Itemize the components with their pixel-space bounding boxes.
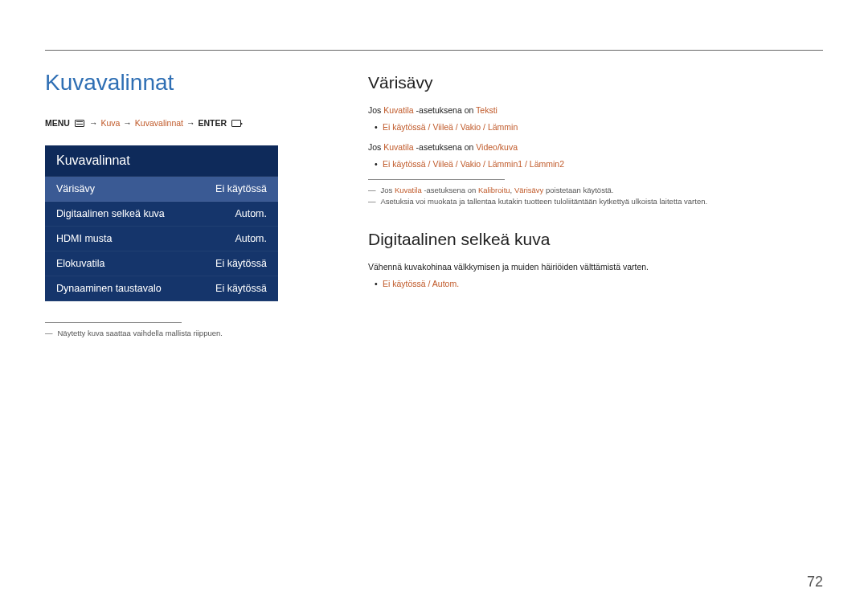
breadcrumb-item-kuvavalinnat: Kuvavalinnat [135,118,183,128]
breadcrumb-enter-label: ENTER [198,118,227,128]
text-accent: Video/kuva [476,142,518,152]
varisavy-bullets1: Ei käytössä / Viileä / Vakio / Lämmin [375,120,823,136]
menu-row-label: Digitaalinen selkeä kuva [56,208,165,219]
menu-row-value: Autom. [235,208,267,219]
menu-row-value: Ei käytössä [215,283,267,294]
text: -asetuksena on [414,142,477,152]
text: Jos [368,105,383,115]
menu-row-value: Autom. [235,233,267,244]
top-rule [45,50,823,51]
menu-row-hdmi-musta[interactable]: HDMI musta Autom. [45,227,278,251]
note1-text: Jos Kuvatila -asetuksena on Kalibroitu, … [381,185,614,196]
text: -asetuksena on [414,105,476,115]
menu-row-elokuvatila[interactable]: Elokuvatila Ei käytössä [45,251,278,276]
text-accent: Värisävy [514,186,543,194]
menu-row-dynaaminen[interactable]: Dynaaminen taustavalo Ei käytössä [45,276,278,301]
menu-row-label: HDMI musta [56,233,112,244]
bullet-text: Ei käytössä / Autom. [383,279,459,288]
varisavy-line1: Jos Kuvatila -asetuksena on Teksti [368,104,823,118]
menu-icon [75,120,84,127]
section-title: Digitaalinen selkeä kuva [368,230,823,249]
note2-text: Asetuksia voi muokata ja tallentaa kutak… [381,196,708,207]
digi-bullets: Ei käytössä / Autom. [375,276,823,292]
text: poistetaan käytöstä. [543,186,613,194]
section-digitaalinen: Digitaalinen selkeä kuva Vähennä kuvakoh… [368,230,823,292]
left-footnote: ― Näytetty kuva saattaa vaihdella mallis… [45,328,278,339]
text-accent: Kalibroitu [478,186,510,194]
menu-row-label: Värisävy [56,183,95,194]
note2: ― Asetuksia voi muokata ja tallentaa kut… [368,196,823,207]
text-accent: Kuvatila [383,105,413,115]
note1: ― Jos Kuvatila -asetuksena on Kalibroitu… [368,185,823,196]
footnote-text: Näytetty kuva saattaa vaihdella mallista… [58,328,223,339]
footnote-dash: ― [368,185,376,196]
menu-panel: Kuvavalinnat Värisävy Ei käytössä Digita… [45,145,278,301]
breadcrumb-menu-label: MENU [45,118,70,128]
menu-row-label: Dynaaminen taustavalo [56,283,162,294]
text: -asetuksena on [422,186,478,194]
note-rule [368,179,505,180]
breadcrumb-arrow: → [89,118,98,128]
menu-row-digitaalinen[interactable]: Digitaalinen selkeä kuva Autom. [45,202,278,227]
breadcrumb-arrow: → [186,118,195,128]
menu-row-value: Ei käytössä [215,183,267,194]
text: Jos [381,186,395,194]
digi-line: Vähennä kuvakohinaa välkkymisen ja muide… [368,260,823,275]
section-title: Värisävy [368,73,823,92]
menu-panel-header: Kuvavalinnat [45,145,278,177]
varisavy-line2: Jos Kuvatila -asetuksena on Video/kuva [368,141,823,155]
text-accent: Kuvatila [395,186,422,194]
footnote-dash: ― [368,196,376,207]
varisavy-notes: ― Jos Kuvatila -asetuksena on Kalibroitu… [368,179,823,208]
breadcrumb: MENU → Kuva → Kuvavalinnat → ENTER [45,118,278,128]
breadcrumb-item-kuva: Kuva [100,118,120,128]
text-accent: Kuvatila [383,142,413,152]
menu-row-value: Ei käytössä [215,258,267,269]
text-accent: Teksti [476,105,497,115]
text: Jos [368,142,383,152]
varisavy-bullets2: Ei käytössä / Viileä / Vakio / Lämmin1 /… [375,157,823,173]
breadcrumb-arrow: → [123,118,132,128]
enter-icon [231,120,241,127]
page-title: Kuvavalinnat [45,70,278,96]
menu-row-varisavy[interactable]: Värisävy Ei käytössä [45,177,278,202]
footnote-rule [45,322,182,323]
menu-row-label: Elokuvatila [56,258,104,269]
bullet-text: Ei käytössä / Viileä / Vakio / Lämmin1 /… [383,159,564,169]
section-varisavy: Värisävy Jos Kuvatila -asetuksena on Tek… [368,73,823,207]
page-number: 72 [807,574,823,591]
bullet-text: Ei käytössä / Viileä / Vakio / Lämmin [383,122,518,132]
footnote-dash: ― [45,328,53,339]
